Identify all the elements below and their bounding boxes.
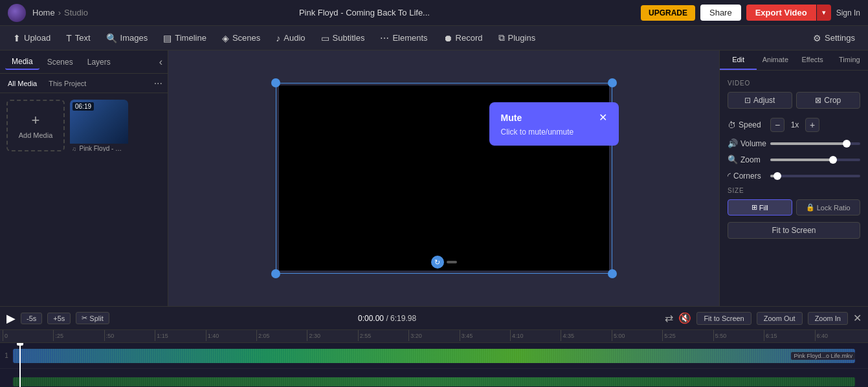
right-tabs: Edit Animate Effects Timing [720,50,868,71]
zoom-slider[interactable] [770,159,860,161]
lock-ratio-button[interactable]: 🔒 Lock Ratio [796,199,861,216]
sign-in-button[interactable]: Sign In [836,8,860,17]
corners-thumb[interactable] [773,172,781,180]
skip-minus-button[interactable]: -5s [21,313,42,324]
timeline-mute-button[interactable]: 🔇 [678,312,691,324]
time-total: 6:19.98 [390,314,416,323]
ruler-mark-9: 3:45 [460,330,510,341]
tab-animate[interactable]: Animate [757,50,794,70]
share-button[interactable]: Share [700,5,741,21]
toolbar-audio[interactable]: ♪ Audio [269,30,311,46]
speed-icon: ⏱ [728,120,736,130]
main-layout: Media Scenes Layers ‹ All Media This Pro… [0,50,868,306]
timeline-magnet-button[interactable]: ⇄ [665,312,673,324]
split-button[interactable]: ✂ Split [76,312,109,324]
tab-edit[interactable]: Edit [720,50,757,70]
volume-thumb[interactable] [843,140,851,148]
toolbar-text[interactable]: T Text [60,30,96,46]
upgrade-button[interactable]: UPGRADE [641,5,695,21]
top-actions: UPGRADE Share Export Video ▾ Sign In [641,5,860,21]
speed-plus-button[interactable]: + [805,118,819,132]
ruler-mark-13: 5:25 [662,330,713,341]
sub-tab-this-project[interactable]: This Project [46,78,89,89]
timeline-close-button[interactable]: ✕ [853,312,862,324]
fill-button[interactable]: ⊞ Fill [728,199,792,216]
ruler-mark-12: 5:00 [612,330,662,341]
toolbar-images[interactable]: 🔍 Images [100,30,155,46]
crop-button[interactable]: ⊠ Crop [796,92,861,109]
corners-label: ◜ Corners [728,171,766,181]
video-btn-group: ⊡ Adjust ⊠ Crop [728,92,860,109]
handle-bottom-left[interactable] [271,269,280,278]
toolbar-settings[interactable]: ⚙ Settings [807,30,862,46]
zoom-thumb[interactable] [829,156,837,164]
volume-slider[interactable] [770,142,860,145]
audio-track-content[interactable] [13,372,868,388]
export-dropdown-button[interactable]: ▾ [817,5,831,21]
tab-media[interactable]: Media [5,54,39,70]
sub-tab-all-media[interactable]: All Media [5,78,39,89]
handle-bottom-right[interactable] [608,269,617,278]
collapse-panel-button[interactable]: ‹ [159,56,162,68]
tab-timing[interactable]: Timing [831,50,868,70]
corners-slider[interactable] [770,175,860,177]
audio-track-row [0,369,868,387]
media-item-0[interactable]: 06:19 ♫ Pink Floyd - Co... [70,100,128,151]
page-title: Pink Floyd - Coming Back To Life... [95,8,634,17]
toolbar-elements[interactable]: ⋯ Elements [373,30,434,46]
panel-more-button[interactable]: ··· [154,78,162,89]
toolbar-timeline[interactable]: ▤ Timeline [157,30,213,46]
text-icon: T [66,33,72,43]
toolbar-plugins[interactable]: ⧉ Plugins [492,30,542,46]
handle-top-right[interactable] [608,78,617,87]
handle-top-left[interactable] [271,78,280,87]
fill-icon: ⊞ [751,203,757,212]
timeline-right-btns: ⇄ 🔇 Fit to Screen Zoom Out Zoom In ✕ [665,312,862,325]
subtitles-icon: ▭ [321,33,329,43]
toolbar-upload[interactable]: ⬆ Upload [6,30,57,46]
tab-layers[interactable]: Layers [81,55,117,69]
toolbar-subtitles[interactable]: ▭ Subtitles [315,30,372,46]
video-track-clip[interactable]: Pink Floyd...o Life.mkv [13,349,855,363]
play-button[interactable]: ▶ [6,311,16,326]
ruler-mark-5: 2:05 [256,330,307,341]
breadcrumb-home[interactable]: Home [32,8,55,17]
export-button[interactable]: Export Video [746,5,816,21]
zoom-out-button[interactable]: Zoom Out [757,312,803,325]
ruler-mark-0: 0 [3,330,53,341]
tab-scenes[interactable]: Scenes [41,55,80,69]
split-icon: ✂ [82,314,87,322]
video-waveform [13,349,855,363]
mute-tooltip-header: Mute ✕ [501,111,607,124]
adjust-button[interactable]: ⊡ Adjust [728,92,792,109]
crop-icon: ⊠ [815,96,821,105]
top-bar: Home › Studio Pink Floyd - Coming Back T… [0,0,868,26]
playhead[interactable] [19,343,21,387]
toolbar-scenes[interactable]: ◈ Scenes [216,30,267,46]
mute-close-button[interactable]: ✕ [599,111,607,124]
settings-icon: ⚙ [813,33,821,43]
adjust-icon: ⊡ [744,96,751,105]
size-label: SIZE [728,187,860,194]
skip-plus-button[interactable]: +5s [47,313,71,324]
audio-track-clip[interactable] [13,377,855,386]
fit-to-screen-button[interactable]: Fit to Screen [728,222,860,239]
toolbar-record[interactable]: ⏺ Record [437,30,489,46]
video-section-label: Video [728,80,860,87]
ruler-mark-8: 3:20 [408,330,459,341]
tab-effects[interactable]: Effects [794,50,831,70]
left-panel: Media Scenes Layers ‹ All Media This Pro… [0,50,168,306]
add-media-button[interactable]: + Add Media [6,100,65,151]
track-content[interactable]: Pink Floyd...o Life.mkv [13,346,868,366]
panel-tabs: Media Scenes Layers ‹ [0,50,168,74]
volume-label: 🔊 Volume [728,138,766,148]
fit-to-screen-timeline-button[interactable]: Fit to Screen [696,312,751,325]
zoom-fill [770,159,833,161]
zoom-in-button[interactable]: Zoom In [808,312,848,325]
canvas-container: Mute ✕ Click to mute/unmute ↻ [276,83,612,274]
rotate-handle[interactable]: ↻ [431,256,444,269]
lock-icon: 🔒 [806,203,815,212]
ruler-mark-1: :25 [53,330,104,341]
speed-minus-button[interactable]: − [770,118,785,132]
volume-icon: 🔊 [728,138,738,148]
